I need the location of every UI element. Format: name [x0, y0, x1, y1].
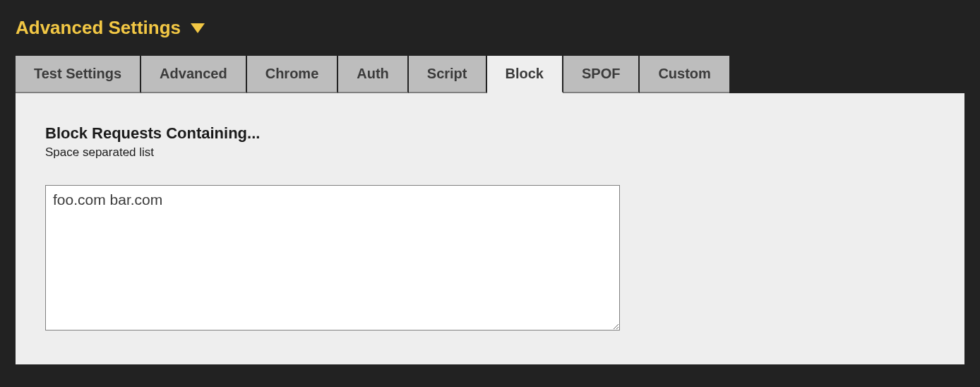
tab-custom[interactable]: Custom — [640, 56, 729, 93]
page-title: Advanced Settings — [16, 17, 181, 39]
tab-block[interactable]: Block — [487, 56, 563, 93]
tab-spof[interactable]: SPOF — [563, 56, 640, 93]
caret-down-icon — [191, 23, 205, 33]
tab-advanced[interactable]: Advanced — [141, 56, 247, 93]
block-panel: Block Requests Containing... Space separ… — [16, 93, 964, 364]
tabs-row: Test Settings Advanced Chrome Auth Scrip… — [0, 56, 980, 93]
tab-script[interactable]: Script — [409, 56, 487, 93]
block-requests-input[interactable] — [45, 185, 620, 331]
tab-auth[interactable]: Auth — [338, 56, 409, 93]
svg-marker-0 — [191, 23, 205, 33]
tab-chrome[interactable]: Chrome — [247, 56, 339, 93]
section-subtitle: Space separated list — [45, 145, 936, 160]
section-title: Block Requests Containing... — [45, 124, 936, 143]
advanced-settings-header[interactable]: Advanced Settings — [0, 0, 980, 56]
tab-test-settings[interactable]: Test Settings — [16, 56, 141, 93]
